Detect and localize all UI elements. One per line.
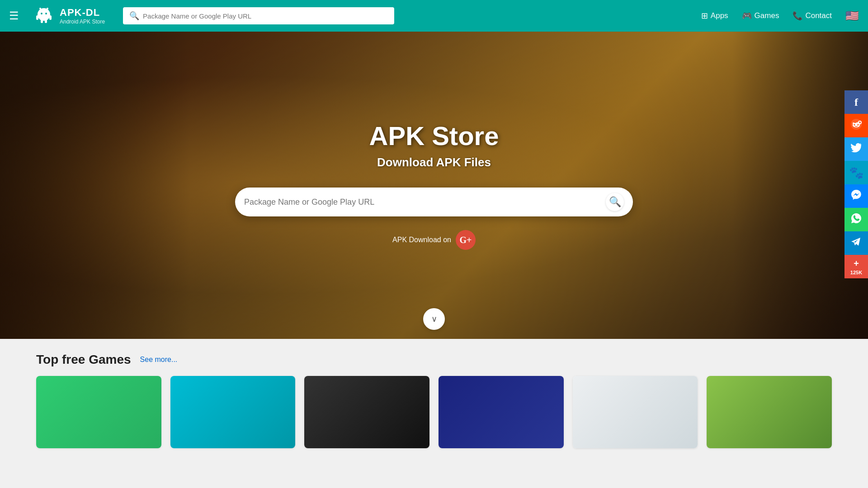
nav-link-contact[interactable]: 📞 Contact: [793, 11, 832, 21]
games-icon: 🎮: [742, 11, 752, 21]
android-logo-icon: [33, 5, 55, 27]
twitter-icon: [850, 142, 862, 156]
svg-rect-8: [36, 15, 38, 20]
svg-point-19: [853, 122, 854, 124]
svg-point-15: [858, 124, 859, 126]
reddit-share-button[interactable]: [844, 114, 868, 137]
svg-point-7: [47, 8, 48, 9]
section-header: Top free Games See more...: [36, 352, 832, 367]
nav-link-apps[interactable]: ⊞ Apps: [701, 11, 728, 21]
social-sidebar: f 🐾: [844, 90, 868, 278]
app-card-thumbnail: [36, 376, 161, 448]
svg-rect-11: [45, 19, 47, 23]
see-more-link[interactable]: See more...: [140, 356, 178, 364]
char-group-left: [0, 32, 190, 339]
hero-content: APK Store Download APK Files 🔍: [235, 121, 633, 216]
hamburger-menu[interactable]: ☰: [9, 9, 19, 22]
app-card[interactable]: [707, 376, 832, 448]
whatsapp-share-button[interactable]: [844, 208, 868, 231]
apps-grid: [36, 376, 832, 448]
messenger-icon: [850, 189, 862, 203]
navbar: ☰ APK-DL Android APK Store 🔍: [0, 0, 868, 32]
scroll-down-button[interactable]: ∨: [423, 308, 445, 330]
hero-search-bar: 🔍: [235, 188, 633, 216]
svg-point-20: [858, 122, 860, 124]
app-card-thumbnail: [707, 376, 832, 448]
svg-rect-10: [41, 19, 43, 23]
nav-search-icon: 🔍: [129, 11, 139, 21]
apps-label: Apps: [711, 11, 728, 20]
telegram-share-button[interactable]: [844, 231, 868, 255]
messenger-share-button[interactable]: [844, 184, 868, 208]
svg-point-3: [45, 13, 47, 14]
hero-subtitle: Download APK Files: [235, 155, 633, 169]
svg-point-14: [854, 124, 855, 126]
app-card-thumbnail: [304, 376, 429, 448]
nav-link-games[interactable]: 🎮 Games: [742, 11, 779, 21]
nav-search-bar: 🔍: [123, 7, 394, 24]
hero-title: APK Store: [235, 121, 633, 151]
logo-title: APK-DL: [60, 7, 105, 19]
svg-rect-9: [49, 15, 52, 20]
facebook-icon: f: [854, 96, 858, 108]
svg-point-2: [41, 13, 42, 14]
hero-search-button[interactable]: 🔍: [606, 193, 624, 211]
more-share-button[interactable]: + 125K: [844, 255, 868, 278]
share-count: 125K: [850, 270, 862, 275]
twitter-share-button[interactable]: [844, 137, 868, 161]
logo-text: APK-DL Android APK Store: [60, 7, 105, 25]
app-card[interactable]: [36, 376, 161, 448]
telegram-icon: [850, 236, 862, 250]
paw-icon: 🐾: [849, 166, 863, 180]
gplus-badge[interactable]: G+: [456, 230, 476, 250]
hero-section: APK Store Download APK Files 🔍 APK Downl…: [0, 32, 868, 339]
logo-subtitle: Android APK Store: [60, 19, 105, 25]
app-card-thumbnail: [170, 376, 296, 448]
facebook-share-button[interactable]: f: [844, 90, 868, 114]
language-flag[interactable]: 🇺🇸: [845, 9, 859, 22]
svg-rect-1: [39, 14, 48, 20]
app-card-thumbnail: [439, 376, 564, 448]
gplus-text: APK Download on: [392, 236, 451, 244]
svg-point-6: [39, 8, 41, 9]
nav-search-input[interactable]: [143, 12, 388, 20]
contact-label: Contact: [805, 11, 832, 20]
section-title: Top free Games: [36, 352, 131, 367]
app-card[interactable]: [304, 376, 429, 448]
whatsapp-icon: [850, 212, 862, 227]
app-card[interactable]: [573, 376, 698, 448]
app-card[interactable]: [439, 376, 564, 448]
games-label: Games: [755, 11, 779, 20]
content-section: Top free Games See more...: [0, 339, 868, 462]
app-card[interactable]: [170, 376, 296, 448]
paw-share-button[interactable]: 🐾: [844, 161, 868, 184]
reddit-icon: [850, 118, 863, 133]
hero-search-input[interactable]: [244, 197, 601, 207]
app-card-thumbnail: [573, 376, 698, 448]
apps-icon: ⊞: [701, 11, 708, 21]
site-logo[interactable]: APK-DL Android APK Store: [33, 5, 105, 27]
nav-links: ⊞ Apps 🎮 Games 📞 Contact 🇺🇸: [701, 9, 859, 22]
hero-gplus: APK Download on G+: [392, 230, 476, 250]
contact-icon: 📞: [793, 11, 802, 21]
svg-line-18: [856, 122, 858, 123]
plus-icon: +: [854, 258, 859, 269]
